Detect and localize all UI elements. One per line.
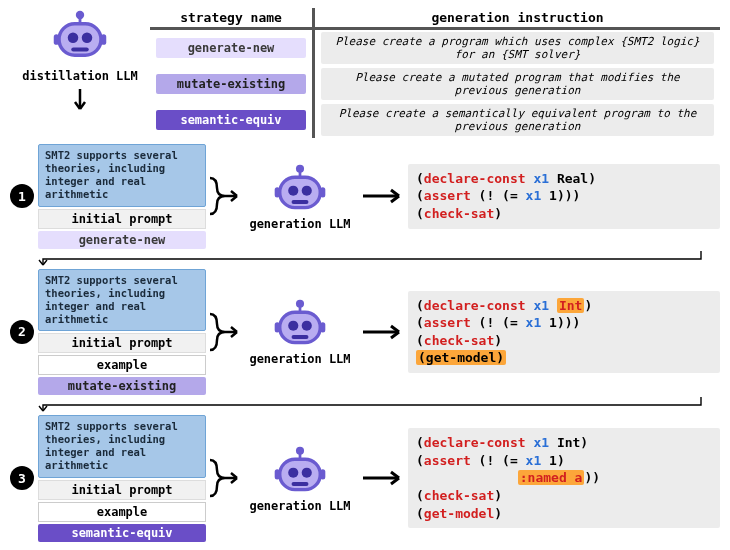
instruction-text: Please create a semantically equivalent … [321, 104, 714, 136]
distillation-block: distillation LLM [10, 8, 150, 120]
table-row: generate-new Please create a program whi… [150, 29, 720, 67]
arrow-right-icon [358, 322, 408, 342]
prompt-card: SMT2 supports several theories, includin… [38, 269, 206, 396]
chip-mutate-existing: mutate-existing [156, 74, 306, 94]
strategy-chip: generate-new [38, 231, 206, 249]
prompt-blurb: SMT2 supports several theories, includin… [38, 269, 206, 332]
col-header-strategy: strategy name [150, 8, 314, 29]
stage-row: 3SMT2 supports several theories, includi… [10, 415, 720, 542]
arrow-right-icon [358, 186, 408, 206]
bracket-arrow-icon [206, 458, 242, 498]
initial-prompt-label: initial prompt [38, 480, 206, 500]
code-output: (declare-const x1 Int) (assert (! (= x1 … [408, 291, 720, 373]
distillation-label: distillation LLM [10, 69, 150, 83]
table-row: semantic-equiv Please create a semantica… [150, 102, 720, 138]
generation-llm-block: generation LLM [242, 162, 358, 231]
generation-llm-label: generation LLM [242, 352, 358, 366]
prompt-card: SMT2 supports several theories, includin… [38, 144, 206, 249]
code-output: (declare-const x1 Real) (assert (! (= x1… [408, 164, 720, 229]
strategy-chip: mutate-existing [38, 377, 206, 395]
bracket-arrow-icon [206, 176, 242, 216]
generation-llm-label: generation LLM [242, 217, 358, 231]
initial-prompt-label: initial prompt [38, 209, 206, 229]
stage-number: 3 [10, 466, 34, 490]
feedback-arrow-icon [37, 251, 710, 263]
stage-number: 1 [10, 184, 34, 208]
chip-generate-new: generate-new [156, 38, 306, 58]
header-row: distillation LLM strategy name generatio… [10, 8, 720, 138]
prompt-blurb: SMT2 supports several theories, includin… [38, 415, 206, 478]
strategy-chip: semantic-equiv [38, 524, 206, 542]
table-row: mutate-existing Please create a mutated … [150, 66, 720, 102]
chip-semantic-equiv: semantic-equiv [156, 110, 306, 130]
generation-llm-block: generation LLM [242, 444, 358, 513]
generation-llm-label: generation LLM [242, 499, 358, 513]
instruction-text: Please create a program which uses compl… [321, 32, 714, 64]
stage-row: 1SMT2 supports several theories, includi… [10, 144, 720, 249]
initial-prompt-label: initial prompt [38, 333, 206, 353]
strategy-table: strategy name generation instruction gen… [150, 8, 720, 138]
arrow-right-icon [358, 468, 408, 488]
example-label: example [38, 502, 206, 522]
col-header-instruction: generation instruction [314, 8, 721, 29]
robot-icon [52, 53, 108, 67]
bracket-arrow-icon [206, 312, 242, 352]
generation-llm-block: generation LLM [242, 297, 358, 366]
example-label: example [38, 355, 206, 375]
code-output: (declare-const x1 Int) (assert (! (= x1 … [408, 428, 720, 528]
prompt-card: SMT2 supports several theories, includin… [38, 415, 206, 542]
stage-row: 2SMT2 supports several theories, includi… [10, 269, 720, 396]
prompt-blurb: SMT2 supports several theories, includin… [38, 144, 206, 207]
instruction-text: Please create a mutated program that mod… [321, 68, 714, 100]
feedback-arrow-icon [37, 397, 710, 409]
stage-number: 2 [10, 320, 34, 344]
down-arrow-icon [10, 87, 150, 116]
